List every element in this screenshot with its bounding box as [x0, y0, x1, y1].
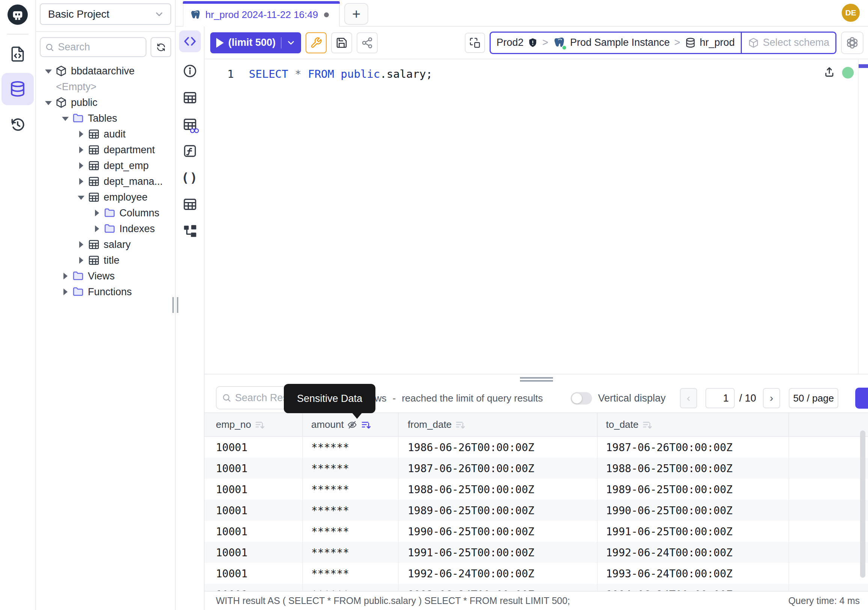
refresh-button[interactable]: [150, 37, 171, 57]
table-row[interactable]: 10001******1987-06-26T00:00:00Z1988-06-2…: [205, 458, 868, 479]
function-icon[interactable]: [182, 143, 198, 159]
column-header-from-date[interactable]: from_date: [398, 413, 597, 436]
table-cell: 1990-06-25T00:00:00Z: [597, 500, 788, 521]
caret-down-icon[interactable]: [61, 114, 70, 123]
tree-item-title[interactable]: title: [36, 252, 175, 268]
environment-name: Prod2: [497, 37, 524, 48]
save-button[interactable]: [331, 32, 352, 53]
instance-name: Prod Sample Instance: [570, 37, 670, 48]
tree-item-columns[interactable]: Columns: [36, 205, 175, 221]
caret-right-icon[interactable]: [77, 240, 85, 249]
masked-table-icon[interactable]: [182, 116, 198, 132]
schema-diagram-icon[interactable]: [182, 223, 198, 239]
minimap-code-mark: [859, 64, 868, 68]
select-schema-button[interactable]: Select schema: [742, 33, 835, 53]
caret-right-icon[interactable]: [77, 256, 85, 265]
tree-item-bbdataarchive[interactable]: bbdataarchive: [36, 63, 175, 79]
sidebar-search-input[interactable]: [58, 41, 141, 53]
tree-item-functions[interactable]: Functions: [36, 284, 175, 300]
table-cell: 1990-06-25T00:00:00Z: [398, 521, 597, 542]
tree-item-department[interactable]: department: [36, 142, 175, 158]
sql-editor[interactable]: 1 SELECT * FROM public.salary;: [205, 59, 868, 374]
editor-minimap[interactable]: [858, 59, 868, 374]
sidebar-resize-handle[interactable]: [172, 297, 178, 313]
avatar[interactable]: DE: [842, 4, 860, 22]
current-page-input[interactable]: 1: [705, 388, 735, 408]
rail-worksheets-button[interactable]: [8, 44, 27, 64]
total-pages-label: / 10: [739, 384, 756, 413]
tree-item-dept-mana[interactable]: dept_mana...: [36, 174, 175, 189]
caret-right-icon[interactable]: [77, 161, 85, 170]
caret-right-icon[interactable]: [77, 177, 85, 186]
parentheses-icon[interactable]: (): [182, 170, 198, 186]
cube-icon: [748, 37, 759, 48]
tree-item-salary[interactable]: salary: [36, 237, 175, 252]
breadcrumb-separator: >: [542, 37, 549, 48]
save-icon: [336, 37, 348, 49]
overlapping-squares-icon: [469, 37, 481, 49]
export-button-partial[interactable]: [855, 388, 868, 409]
table-row[interactable]: 10001******1992-06-24T00:00:00Z1993-06-2…: [205, 563, 868, 584]
table-cell: 1989-06-25T00:00:00Z: [398, 500, 597, 521]
column-header-amount[interactable]: amount: [302, 413, 398, 436]
rail-databases-button[interactable]: [2, 73, 34, 105]
table-row[interactable]: 10001******1990-06-25T00:00:00Z1991-06-2…: [205, 521, 868, 542]
new-tab-button[interactable]: +: [344, 3, 368, 25]
table-row[interactable]: 10001******1986-06-26T00:00:00Z1987-06-2…: [205, 437, 868, 458]
shield-icon: [527, 37, 538, 48]
worksheet-tab[interactable]: hr_prod 2024-11-22 16:49: [183, 0, 340, 27]
splitter-drag-handle[interactable]: [520, 377, 553, 382]
caret-right-icon[interactable]: [61, 287, 70, 296]
page-size-selector[interactable]: 50 / page: [789, 388, 839, 408]
table-row[interactable]: 10001******1993-06-24T00:00:00Z1994-06-2…: [205, 584, 868, 591]
caret-right-icon[interactable]: [61, 272, 70, 281]
caret-right-icon[interactable]: [77, 145, 85, 154]
next-page-button[interactable]: ›: [763, 388, 780, 408]
tree-item-audit[interactable]: audit: [36, 126, 175, 142]
table-cell: 10001: [205, 479, 302, 500]
table-icon[interactable]: [182, 90, 198, 106]
info-icon[interactable]: [182, 63, 198, 79]
project-selector[interactable]: Basic Project: [40, 3, 171, 25]
table-cell: 10001: [205, 584, 302, 591]
tree-item-views[interactable]: Views: [36, 268, 175, 284]
format-wrench-button[interactable]: [305, 32, 327, 53]
tree-item-indexes[interactable]: Indexes: [36, 221, 175, 237]
column-header-to-date[interactable]: to_date: [597, 413, 788, 436]
schema-tree: bbdataarchive<Empty>publicTablesauditdep…: [36, 60, 175, 610]
tree-item-employee[interactable]: employee: [36, 189, 175, 205]
tree-item-dept-emp[interactable]: dept_emp: [36, 158, 175, 174]
table-row[interactable]: 10001******1989-06-25T00:00:00Z1990-06-2…: [205, 500, 868, 521]
share-button[interactable]: [356, 32, 378, 53]
external-table-icon[interactable]: [182, 196, 198, 212]
rail-history-button[interactable]: [8, 115, 27, 135]
results-scrollbar[interactable]: [860, 430, 865, 578]
caret-down-icon[interactable]: [44, 67, 53, 76]
tree-item-empty[interactable]: <Empty>: [36, 79, 175, 95]
vertical-display-toggle[interactable]: [570, 392, 592, 405]
tree-item-label: public: [71, 97, 98, 109]
caret-right-icon[interactable]: [92, 208, 101, 217]
table-cell: ******: [302, 542, 398, 563]
batch-query-button[interactable]: [465, 33, 485, 53]
caret-right-icon[interactable]: [77, 130, 85, 139]
postgresql-icon: [190, 9, 202, 21]
table-row[interactable]: 10001******1988-06-25T00:00:00Z1989-06-2…: [205, 479, 868, 500]
sidebar-search[interactable]: [40, 37, 146, 57]
caret-down-icon[interactable]: [77, 193, 85, 202]
tree-item-public[interactable]: public: [36, 95, 175, 110]
bytebase-logo-icon[interactable]: [8, 5, 28, 25]
upload-icon[interactable]: [823, 66, 836, 79]
connection-context-button[interactable]: Prod2 > Prod Sample Instance > hr_prod: [491, 33, 741, 53]
caret-down-icon[interactable]: [44, 98, 53, 107]
tree-item-tables[interactable]: Tables: [36, 110, 175, 126]
ai-assistant-button[interactable]: [841, 31, 863, 54]
column-header-emp-no[interactable]: emp_no: [205, 413, 302, 436]
table-row[interactable]: 10001******1991-06-25T00:00:00Z1992-06-2…: [205, 542, 868, 563]
prev-page-button[interactable]: ‹: [680, 388, 697, 408]
search-icon: [45, 42, 54, 53]
status-bar: WITH result AS ( SELECT * FROM public.sa…: [205, 591, 868, 610]
run-query-button[interactable]: (limit 500): [210, 32, 301, 53]
code-panel-button[interactable]: [179, 30, 201, 52]
caret-right-icon[interactable]: [92, 224, 101, 233]
